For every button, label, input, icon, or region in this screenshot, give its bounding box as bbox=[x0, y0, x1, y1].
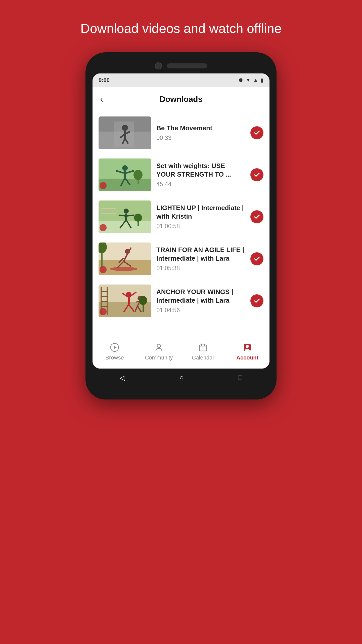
wifi-icon: ▼ bbox=[246, 77, 251, 83]
back-system-button[interactable]: ◁ bbox=[120, 374, 125, 382]
download-complete-icon bbox=[250, 210, 263, 223]
nav-label-account: Account bbox=[236, 354, 258, 361]
video-item[interactable]: Be The Movement 00:33 bbox=[93, 112, 269, 154]
download-complete-icon bbox=[250, 252, 263, 265]
download-complete-icon bbox=[250, 168, 263, 181]
svg-rect-26 bbox=[101, 208, 116, 209]
video-duration: 01:05:38 bbox=[156, 265, 245, 272]
video-info: Be The Movement 00:33 bbox=[156, 124, 245, 142]
app-header: ‹ Downloads bbox=[93, 87, 269, 112]
svg-rect-58 bbox=[101, 306, 108, 307]
status-icons: ⏺ ▼ ▲ ▮ bbox=[238, 77, 263, 83]
svg-point-36 bbox=[100, 224, 107, 231]
svg-rect-57 bbox=[101, 301, 108, 302]
video-title: Set with weights: USE YOUR STRENGTH TO .… bbox=[156, 162, 245, 179]
media-icon: ⏺ bbox=[238, 77, 243, 83]
video-item[interactable]: TRAIN FOR AN AGILE LIFE | Intermediate |… bbox=[93, 238, 269, 280]
video-title: LIGHTEN UP | Intermediate | with Kristin bbox=[156, 204, 245, 221]
calendar-icon bbox=[198, 342, 208, 352]
back-button[interactable]: ‹ bbox=[100, 94, 103, 105]
community-icon bbox=[154, 342, 164, 352]
battery-icon: ▮ bbox=[261, 77, 263, 83]
video-info: ANCHOR YOUR WINGS | Intermediate | with … bbox=[156, 288, 245, 314]
video-title: Be The Movement bbox=[156, 124, 245, 133]
svg-rect-27 bbox=[101, 213, 116, 214]
svg-point-71 bbox=[139, 296, 147, 305]
video-title: TRAIN FOR AN AGILE LIFE | Intermediate |… bbox=[156, 246, 245, 263]
svg-rect-62 bbox=[128, 297, 130, 304]
svg-point-35 bbox=[134, 214, 142, 222]
svg-point-28 bbox=[124, 209, 129, 214]
video-thumbnail bbox=[99, 200, 151, 233]
svg-point-49 bbox=[100, 266, 107, 273]
recents-system-button[interactable]: □ bbox=[238, 374, 242, 382]
video-duration: 01:00:58 bbox=[156, 223, 245, 230]
svg-rect-55 bbox=[101, 291, 108, 292]
svg-point-72 bbox=[100, 308, 107, 315]
spacer bbox=[93, 322, 269, 337]
video-item[interactable]: ANCHOR YOUR WINGS | Intermediate | with … bbox=[93, 280, 269, 322]
video-thumbnail bbox=[99, 285, 151, 317]
video-thumbnail bbox=[99, 116, 151, 149]
video-info: TRAIN FOR AN AGILE LIFE | Intermediate |… bbox=[156, 246, 245, 272]
svg-point-75 bbox=[157, 344, 161, 348]
phone-mockup: 9:00 ⏺ ▼ ▲ ▮ ‹ Downloads bbox=[85, 52, 277, 399]
phone-speaker bbox=[167, 63, 207, 68]
nav-item-calendar[interactable]: Calendar bbox=[181, 342, 225, 361]
video-duration: 45:44 bbox=[156, 181, 245, 188]
video-item[interactable]: Set with weights: USE YOUR STRENGTH TO .… bbox=[93, 154, 269, 196]
svg-marker-74 bbox=[114, 346, 117, 349]
video-thumbnail bbox=[99, 243, 151, 275]
account-icon bbox=[242, 342, 252, 352]
home-system-button[interactable]: ○ bbox=[179, 374, 184, 382]
svg-rect-29 bbox=[125, 214, 127, 220]
header-title: Downloads bbox=[160, 95, 203, 104]
svg-rect-16 bbox=[116, 170, 118, 172]
browse-icon bbox=[110, 342, 120, 352]
nav-item-account[interactable]: Account bbox=[225, 342, 269, 361]
svg-rect-13 bbox=[124, 171, 126, 178]
video-duration: 00:33 bbox=[156, 134, 245, 141]
phone-system-nav: ◁ ○ □ bbox=[93, 369, 269, 384]
video-info: Set with weights: USE YOUR STRENGTH TO .… bbox=[156, 162, 245, 188]
svg-point-81 bbox=[246, 345, 249, 348]
download-complete-icon bbox=[250, 126, 263, 139]
nav-item-community[interactable]: Community bbox=[137, 342, 181, 361]
svg-point-21 bbox=[133, 170, 143, 180]
download-complete-icon bbox=[250, 294, 263, 307]
svg-point-48 bbox=[110, 267, 138, 271]
video-item[interactable]: LIGHTEN UP | Intermediate | with Kristin… bbox=[93, 196, 269, 238]
bottom-navigation: Browse Community Calendar bbox=[93, 337, 269, 369]
svg-point-3 bbox=[122, 125, 128, 131]
signal-icon: ▲ bbox=[253, 77, 258, 83]
phone-screen: 9:00 ⏺ ▼ ▲ ▮ ‹ Downloads bbox=[93, 73, 269, 369]
video-duration: 01:04:56 bbox=[156, 307, 245, 314]
status-bar: 9:00 ⏺ ▼ ▲ ▮ bbox=[93, 73, 269, 87]
video-thumbnail bbox=[99, 158, 151, 191]
status-time: 9:00 bbox=[99, 77, 110, 84]
video-title: ANCHOR YOUR WINGS | Intermediate | with … bbox=[156, 288, 245, 305]
svg-point-12 bbox=[122, 165, 128, 171]
phone-camera bbox=[155, 62, 162, 69]
svg-rect-56 bbox=[101, 296, 108, 297]
nav-label-calendar: Calendar bbox=[192, 354, 214, 361]
nav-label-browse: Browse bbox=[105, 354, 124, 361]
phone-top bbox=[93, 62, 269, 69]
video-info: LIGHTEN UP | Intermediate | with Kristin… bbox=[156, 204, 245, 230]
nav-label-community: Community bbox=[145, 354, 173, 361]
video-list: Be The Movement 00:33 bbox=[93, 112, 269, 322]
page-heading: Download videos and watch offline bbox=[60, 20, 302, 37]
svg-rect-76 bbox=[200, 345, 207, 351]
svg-point-22 bbox=[100, 182, 107, 189]
nav-item-browse[interactable]: Browse bbox=[93, 342, 137, 361]
svg-rect-17 bbox=[132, 170, 134, 172]
